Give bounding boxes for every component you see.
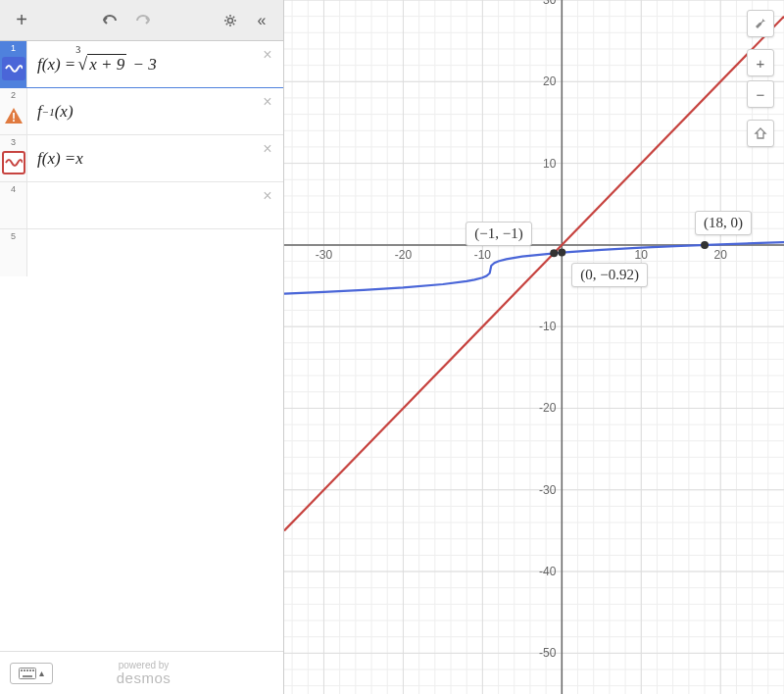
sidebar-toolbar: + « [0, 0, 283, 41]
svg-rect-8 [23, 675, 32, 677]
svg-point-114 [550, 249, 558, 257]
delete-expression-button[interactable]: × [258, 45, 277, 65]
svg-text:-20: -20 [395, 248, 413, 262]
expression-input[interactable] [27, 182, 283, 228]
svg-text:-30: -30 [539, 483, 557, 497]
collapse-button[interactable]: « [246, 5, 277, 36]
point-label: (18, 0) [695, 211, 752, 235]
graph-canvas[interactable]: -30-20-101020302010-10-20-30-40-50 [284, 0, 784, 694]
svg-text:-50: -50 [539, 646, 557, 660]
zoom-out-button[interactable]: − [747, 80, 774, 108]
svg-text:30: 30 [543, 0, 557, 7]
wrench-icon [754, 17, 767, 30]
delete-expression-button[interactable]: × [258, 92, 277, 112]
expression-row[interactable]: 1 f(x) = 3√x + 9 − 3 × [0, 41, 283, 88]
svg-point-0 [228, 18, 233, 23]
expression-row[interactable]: 4 × [0, 182, 283, 229]
point-label: (−1, −1) [466, 222, 531, 246]
svg-text:-40: -40 [539, 565, 557, 578]
undo-button[interactable] [95, 5, 126, 36]
home-icon [754, 126, 767, 140]
svg-text:-10: -10 [539, 320, 557, 333]
delete-expression-button[interactable]: × [258, 139, 277, 159]
home-button[interactable] [747, 120, 774, 147]
expression-input[interactable]: f(x) = x [27, 135, 283, 181]
svg-rect-5 [26, 669, 28, 671]
svg-text:20: 20 [714, 248, 728, 262]
expression-list: 1 f(x) = 3√x + 9 − 3 × 2 ! [0, 41, 283, 651]
wave-icon[interactable] [2, 57, 25, 80]
warning-icon[interactable]: ! [2, 104, 25, 127]
expression-index: 5 [0, 229, 27, 276]
svg-text:10: 10 [635, 248, 649, 262]
svg-point-115 [558, 249, 565, 257]
expression-index: 4 [0, 182, 27, 228]
redo-icon [133, 14, 151, 27]
sidebar-footer: ▴ powered by desmos [0, 651, 283, 694]
delete-expression-button[interactable]: × [258, 186, 277, 206]
svg-rect-6 [29, 669, 31, 671]
svg-rect-7 [32, 669, 34, 671]
expression-input[interactable] [27, 229, 283, 276]
svg-text:-10: -10 [474, 248, 492, 262]
gear-icon [222, 13, 238, 28]
graph-settings-button[interactable] [747, 10, 774, 37]
expression-index: 1 [0, 41, 27, 87]
expression-row[interactable]: 5 [0, 229, 283, 276]
svg-rect-3 [21, 669, 23, 671]
keyboard-button[interactable]: ▴ [10, 663, 53, 684]
svg-text:-20: -20 [539, 401, 557, 415]
zoom-in-button[interactable]: + [747, 49, 774, 76]
wave-icon[interactable] [2, 151, 25, 174]
graph-controls: + − [747, 10, 774, 147]
undo-icon [102, 14, 120, 27]
graph-pane[interactable]: -30-20-101020302010-10-20-30-40-50 + − (… [284, 0, 784, 694]
expression-index: 2 ! [0, 88, 27, 134]
svg-text:!: ! [12, 111, 16, 124]
keyboard-icon [19, 668, 36, 679]
add-expression-button[interactable]: + [6, 5, 37, 36]
expression-row[interactable]: 2 ! f−1(x) × [0, 88, 283, 135]
expression-input[interactable]: f−1(x) [27, 88, 283, 134]
redo-button[interactable] [126, 5, 158, 36]
desmos-brand: powered by desmos [117, 661, 172, 685]
svg-text:20: 20 [543, 74, 557, 88]
expression-sidebar: + « 1 [0, 0, 284, 694]
settings-button[interactable] [215, 5, 246, 36]
expression-index: 3 [0, 135, 27, 181]
svg-text:-30: -30 [316, 248, 333, 262]
expression-row[interactable]: 3 f(x) = x × [0, 135, 283, 182]
svg-text:10: 10 [543, 157, 557, 171]
svg-point-116 [701, 241, 709, 249]
svg-rect-4 [24, 669, 25, 671]
point-label: (0, −0.92) [571, 263, 648, 287]
expression-input[interactable]: f(x) = 3√x + 9 − 3 [27, 41, 283, 87]
